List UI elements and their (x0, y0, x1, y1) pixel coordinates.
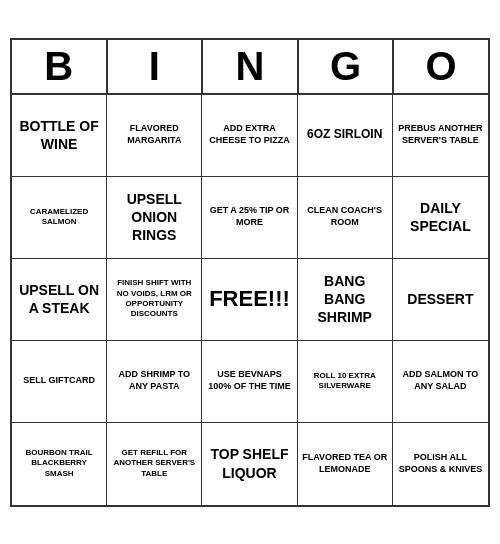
cell-text-1: FLAVORED MARGARITA (111, 123, 197, 146)
cell-text-3: 6OZ SIRLOIN (307, 127, 382, 143)
bingo-cell-9: DAILY SPECIAL (393, 177, 488, 259)
cell-text-10: UPSELL ON A STEAK (16, 281, 102, 317)
bingo-cell-14: DESSERT (393, 259, 488, 341)
cell-text-14: DESSERT (407, 290, 473, 308)
bingo-letter-g: G (299, 40, 395, 93)
cell-text-18: ROLL 10 EXTRA SILVERWARE (302, 371, 388, 392)
cell-text-4: PREBUS ANOTHER SERVER'S TABLE (397, 123, 484, 146)
bingo-cell-20: BOURBON TRAIL BLACKBERRY SMASH (12, 423, 107, 505)
bingo-letter-i: I (108, 40, 204, 93)
bingo-cell-18: ROLL 10 EXTRA SILVERWARE (298, 341, 393, 423)
bingo-cell-5: CARAMELIZED SALMON (12, 177, 107, 259)
cell-text-13: BANG BANG SHRIMP (302, 272, 388, 327)
cell-text-15: SELL GIFTCARD (23, 375, 95, 387)
bingo-cell-8: CLEAN COACH'S ROOM (298, 177, 393, 259)
bingo-cell-12: FREE!!! (202, 259, 297, 341)
cell-text-12: FREE!!! (209, 286, 290, 312)
cell-text-19: ADD SALMON TO ANY SALAD (397, 369, 484, 392)
cell-text-0: BOTTLE OF WINE (16, 117, 102, 153)
cell-text-5: CARAMELIZED SALMON (16, 207, 102, 228)
cell-text-22: TOP SHELF LIQUOR (206, 445, 292, 481)
bingo-cell-24: POLISH ALL SPOONS & KNIVES (393, 423, 488, 505)
bingo-cell-4: PREBUS ANOTHER SERVER'S TABLE (393, 95, 488, 177)
bingo-cell-1: FLAVORED MARGARITA (107, 95, 202, 177)
bingo-cell-7: GET A 25% TIP OR MORE (202, 177, 297, 259)
cell-text-11: FINISH SHIFT WITH NO VOIDS, LRM OR OPPOR… (111, 278, 197, 320)
bingo-cell-19: ADD SALMON TO ANY SALAD (393, 341, 488, 423)
cell-text-6: UPSELL ONION RINGS (111, 190, 197, 245)
bingo-cell-0: BOTTLE OF WINE (12, 95, 107, 177)
cell-text-8: CLEAN COACH'S ROOM (302, 205, 388, 228)
bingo-letter-o: O (394, 40, 488, 93)
cell-text-21: GET REFILL FOR ANOTHER SERVER'S TABLE (111, 448, 197, 479)
bingo-cell-16: ADD SHRIMP TO ANY PASTA (107, 341, 202, 423)
bingo-cell-3: 6OZ SIRLOIN (298, 95, 393, 177)
cell-text-24: POLISH ALL SPOONS & KNIVES (397, 452, 484, 475)
bingo-header: BINGO (12, 40, 488, 95)
bingo-cell-2: ADD EXTRA CHEESE TO PIZZA (202, 95, 297, 177)
bingo-cell-13: BANG BANG SHRIMP (298, 259, 393, 341)
bingo-cell-11: FINISH SHIFT WITH NO VOIDS, LRM OR OPPOR… (107, 259, 202, 341)
bingo-cell-10: UPSELL ON A STEAK (12, 259, 107, 341)
bingo-cell-6: UPSELL ONION RINGS (107, 177, 202, 259)
bingo-cell-23: FLAVORED TEA OR LEMONADE (298, 423, 393, 505)
bingo-cell-17: USE BEVNAPS 100% OF THE TIME (202, 341, 297, 423)
cell-text-23: FLAVORED TEA OR LEMONADE (302, 452, 388, 475)
cell-text-2: ADD EXTRA CHEESE TO PIZZA (206, 123, 292, 146)
bingo-cell-21: GET REFILL FOR ANOTHER SERVER'S TABLE (107, 423, 202, 505)
bingo-cell-22: TOP SHELF LIQUOR (202, 423, 297, 505)
bingo-letter-b: B (12, 40, 108, 93)
cell-text-20: BOURBON TRAIL BLACKBERRY SMASH (16, 448, 102, 479)
cell-text-9: DAILY SPECIAL (397, 199, 484, 235)
cell-text-17: USE BEVNAPS 100% OF THE TIME (206, 369, 292, 392)
cell-text-16: ADD SHRIMP TO ANY PASTA (111, 369, 197, 392)
bingo-cell-15: SELL GIFTCARD (12, 341, 107, 423)
bingo-card: BINGO BOTTLE OF WINEFLAVORED MARGARITAAD… (10, 38, 490, 507)
bingo-letter-n: N (203, 40, 299, 93)
cell-text-7: GET A 25% TIP OR MORE (206, 205, 292, 228)
bingo-grid: BOTTLE OF WINEFLAVORED MARGARITAADD EXTR… (12, 95, 488, 505)
